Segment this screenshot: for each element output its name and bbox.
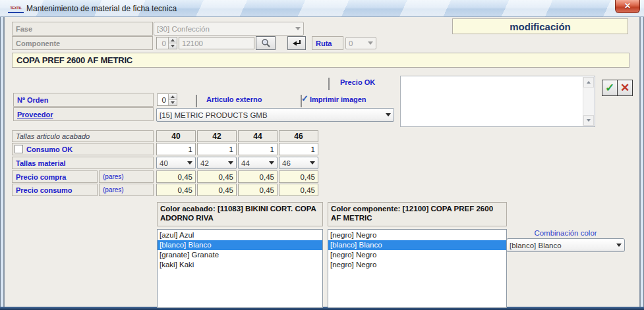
window-title: Mantenimiento de material de ficha tecni…	[26, 0, 177, 17]
notes-textarea[interactable]	[400, 76, 595, 127]
orden-label: Nº Orden	[17, 96, 48, 104]
componente-order-spinner[interactable]: 0	[156, 37, 177, 49]
size-header-cell: 40	[156, 130, 196, 142]
precio-consumo-cell[interactable]: 0,45	[197, 184, 237, 196]
consumo-cell[interactable]: 1	[238, 143, 278, 155]
precio-compra-cell[interactable]: 0,45	[197, 170, 237, 183]
color-componente-header: Color componente: [12100] COPA PREF 2600…	[328, 202, 507, 226]
spin-up-icon	[171, 95, 175, 98]
ruta-combobox[interactable]: 0	[345, 37, 376, 49]
precio-compra-cell[interactable]: 0,45	[156, 170, 196, 183]
list-item[interactable]: [blanco] Blanco	[158, 240, 322, 250]
size-header-cell: 42	[197, 130, 237, 142]
search-icon	[261, 38, 271, 48]
app-logo-icon: TEXTIL	[8, 4, 24, 13]
spin-down-button[interactable]	[169, 43, 177, 49]
list-item[interactable]: [blanco] Blanco	[328, 240, 506, 250]
combinacion-color-combobox[interactable]: [blanco] Blanco	[506, 238, 625, 252]
talla-material-value: 46	[282, 159, 310, 167]
close-button[interactable]: ✕	[615, 0, 640, 13]
precio-ok-checkbox[interactable]	[328, 78, 330, 90]
color-componente-list[interactable]: [negro] Negro [blanco] Blanco [negro] Ne…	[328, 229, 507, 308]
componente-label-panel: Componente	[12, 36, 153, 50]
color-acabado-list[interactable]: [azul] Azul [blanco] Blanco [granate] Gr…	[157, 229, 323, 308]
chevron-down-icon	[187, 161, 192, 165]
precio-compra-label: Precio compra	[16, 173, 66, 181]
spin-up-button[interactable]	[169, 38, 177, 43]
tallas-header-label: Tallas articulo acabado	[16, 132, 90, 140]
proveedor-value: [15] METRIC PRODUCTS GMB	[160, 111, 386, 119]
talla-material-combobox[interactable]: 44	[238, 157, 278, 169]
ruta-label: Ruta	[316, 39, 332, 47]
list-item[interactable]: [negro] Negro	[328, 260, 506, 270]
spin-up-button[interactable]	[169, 94, 177, 99]
product-name: COPA PREF 2600 AF METRIC	[13, 55, 132, 65]
consumo-cell[interactable]: 1	[156, 143, 196, 155]
scroll-down-button[interactable]	[583, 115, 594, 126]
precio-compra-cell[interactable]: 0,45	[279, 170, 318, 183]
tallas-header-panel: Tallas articulo acabado	[12, 130, 154, 142]
chevron-down-icon	[295, 27, 301, 30]
talla-material-combobox[interactable]: 40	[156, 157, 196, 169]
proveedor-combobox[interactable]: [15] METRIC PRODUCTS GMB	[156, 108, 394, 122]
mode-banner: modificación	[452, 18, 628, 34]
orden-spinner[interactable]: 0	[157, 93, 177, 106]
list-item[interactable]: [negro] Negro	[328, 250, 506, 260]
articulo-externo-checkbox[interactable]	[196, 95, 197, 107]
color-acabado-header-text: Color acabado: [11083] BIKINI CORT. COPA…	[160, 204, 320, 223]
precio-consumo-cell[interactable]: 0,45	[279, 184, 318, 196]
size-header-cell: 46	[279, 130, 318, 142]
fase-combobox[interactable]: [30] Confección	[154, 22, 304, 36]
spin-down-icon	[171, 101, 175, 104]
window-border-right	[639, 17, 644, 307]
cross-icon: ✕	[620, 81, 629, 95]
precio-consumo-label: Precio consumo	[16, 186, 73, 194]
scroll-up-icon	[587, 81, 591, 84]
precio-consumo-panel: Precio consumo	[12, 184, 98, 196]
pares-label: (pares)	[103, 173, 124, 180]
chevron-down-icon	[386, 113, 391, 116]
proveedor-link[interactable]: Proveedor	[17, 111, 53, 118]
fase-value: [30] Confección	[157, 25, 295, 33]
talla-material-combobox[interactable]: 42	[197, 157, 237, 169]
consumo-cell[interactable]: 1	[279, 143, 318, 155]
consumo-ok-panel: Consumo OK	[12, 143, 154, 155]
combinacion-color-label: Combinación color	[506, 226, 625, 238]
pares-panel: (pares)	[99, 170, 154, 183]
consumo-cell[interactable]: 1	[197, 143, 237, 155]
cancel-button[interactable]: ✕	[617, 80, 633, 96]
confirm-button[interactable]: ✓	[602, 80, 618, 96]
check-icon: ✓	[605, 81, 614, 95]
chevron-down-icon	[368, 41, 373, 45]
talla-material-combobox[interactable]: 46	[279, 157, 318, 169]
precio-compra-panel: Precio compra	[12, 170, 98, 183]
size-header-cell: 44	[238, 130, 278, 142]
color-componente-header-text: Color componente: [12100] COPA PREF 2600…	[331, 204, 504, 223]
notes-scrollbar[interactable]	[583, 77, 594, 126]
list-item[interactable]: [negro] Negro	[328, 230, 506, 240]
enter-icon	[291, 39, 302, 47]
imprimir-imagen-checkbox[interactable]	[301, 95, 302, 107]
spin-down-icon	[171, 45, 175, 47]
titlebar[interactable]: TEXTIL Mantenimiento de material de fich…	[0, 0, 644, 17]
list-item[interactable]: [granate] Granate	[158, 250, 322, 260]
componente-label: Componente	[16, 39, 60, 47]
list-item[interactable]: [azul] Azul	[158, 230, 322, 240]
list-item[interactable]: [kaki] Kaki	[158, 260, 322, 270]
spin-down-button[interactable]	[169, 99, 177, 105]
search-button[interactable]	[256, 36, 276, 50]
precio-consumo-cell[interactable]: 0,45	[238, 184, 278, 196]
color-acabado-header: Color acabado: [11083] BIKINI CORT. COPA…	[157, 202, 323, 226]
talla-material-value: 42	[200, 159, 228, 167]
componente-code-field[interactable]: 12100	[179, 37, 254, 49]
precio-consumo-cell[interactable]: 0,45	[156, 184, 196, 196]
precio-compra-cell[interactable]: 0,45	[238, 170, 278, 183]
orden-label-panel: Nº Orden	[13, 93, 154, 107]
close-icon: ✕	[624, 1, 631, 11]
talla-material-value: 44	[241, 159, 269, 167]
enter-button[interactable]	[287, 36, 306, 50]
app-window: TEXTIL Mantenimiento de material de fich…	[0, 0, 644, 310]
pares-panel: (pares)	[99, 184, 154, 196]
consumo-ok-checkbox[interactable]	[15, 145, 23, 153]
scroll-up-button[interactable]	[583, 77, 594, 88]
